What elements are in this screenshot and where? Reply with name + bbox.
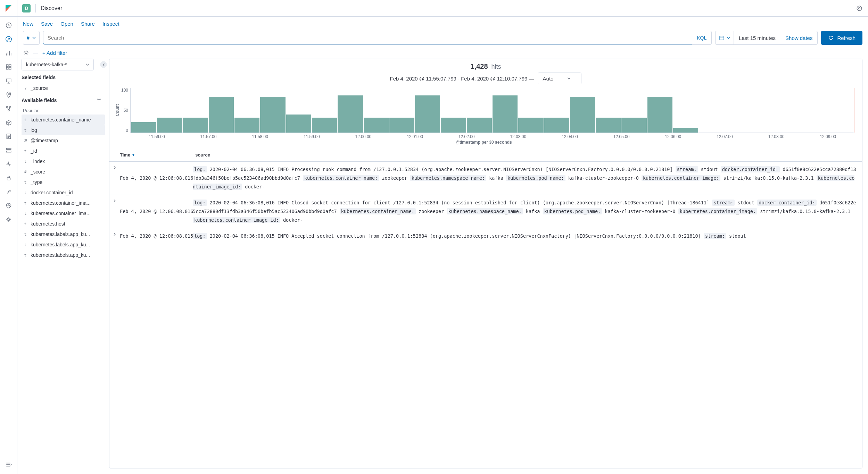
source-field-key: log:: [193, 200, 207, 206]
field-item[interactable]: #_score: [22, 167, 105, 177]
histogram-bar[interactable]: [234, 118, 259, 133]
histogram-bar[interactable]: [467, 118, 492, 133]
field-item[interactable]: tkubernetes.labels.app_ku...: [22, 239, 105, 250]
new-link[interactable]: New: [23, 21, 33, 27]
refresh-button[interactable]: Refresh: [821, 31, 862, 45]
nav-canvas-icon[interactable]: [5, 77, 13, 85]
field-item[interactable]: tkubernetes.container_ima...: [22, 208, 105, 219]
nav-siem-icon[interactable]: [5, 174, 13, 182]
table-row: Feb 4, 2020 @ 12:06:08.016log: 2020-02-0…: [109, 195, 862, 228]
nav-dev-tools-icon[interactable]: [5, 188, 13, 196]
svg-rect-7: [9, 65, 11, 67]
newsfeed-icon[interactable]: [856, 5, 862, 11]
save-link[interactable]: Save: [41, 21, 53, 27]
collapse-fields-button[interactable]: [100, 61, 107, 68]
chevron-down-icon: [567, 77, 571, 80]
svg-point-22: [98, 99, 100, 100]
field-name: _index: [31, 159, 45, 164]
column-source-header[interactable]: _source: [193, 152, 862, 158]
breadcrumb[interactable]: Discover: [41, 5, 62, 11]
field-item[interactable]: tkubernetes.container_name: [22, 115, 105, 125]
histogram-bar[interactable]: [518, 118, 543, 133]
histogram-bar[interactable]: [621, 118, 646, 133]
histogram-chart[interactable]: Count 100500 11:56:0011:57:0011:58:0011:…: [109, 88, 862, 145]
histogram-bar[interactable]: [493, 95, 518, 133]
histogram-bar[interactable]: [441, 118, 466, 133]
histogram-bar[interactable]: [183, 118, 208, 133]
field-name: kubernetes.labels.app_ku...: [31, 252, 90, 258]
time-quick-select[interactable]: [716, 31, 734, 44]
field-item[interactable]: tlog: [22, 125, 105, 135]
kql-toggle[interactable]: KQL: [692, 35, 711, 41]
histogram-bar[interactable]: [209, 97, 234, 133]
nav-dashboard-icon[interactable]: [5, 63, 13, 71]
filter-options-icon[interactable]: [23, 50, 29, 56]
nav-ml-icon[interactable]: [5, 105, 13, 112]
nav-monitoring-icon[interactable]: [5, 202, 13, 210]
expand-row-button[interactable]: [113, 232, 116, 240]
histogram-bar[interactable]: [647, 97, 672, 133]
nav-uptime-icon[interactable]: [5, 160, 13, 168]
source-field-value: stdout: [735, 200, 757, 205]
histogram-bar[interactable]: [131, 122, 156, 133]
histogram-bar[interactable]: [389, 118, 414, 133]
index-pattern-select[interactable]: kubernetes-kafka-*: [22, 59, 94, 70]
expand-row-button[interactable]: [113, 166, 116, 191]
histogram-bar[interactable]: [673, 128, 698, 133]
source-field-value: stdout: [726, 233, 746, 239]
expand-row-button[interactable]: [113, 199, 116, 225]
histogram-bar[interactable]: [570, 97, 595, 133]
time-range-row: Feb 4, 2020 @ 11:55:07.799 - Feb 4, 2020…: [109, 71, 862, 88]
field-item[interactable]: tkubernetes.labels.app_ku...: [22, 229, 105, 239]
histogram-bar[interactable]: [415, 95, 440, 133]
field-item[interactable]: tdocker.container_id: [22, 187, 105, 198]
logo-cell[interactable]: [0, 0, 17, 16]
field-item[interactable]: ?_source: [22, 83, 105, 93]
time-label[interactable]: Last 15 minutes: [734, 35, 780, 41]
field-name: log: [31, 127, 37, 133]
inspect-link[interactable]: Inspect: [102, 21, 119, 27]
separator: [35, 4, 36, 12]
histogram-bar[interactable]: [596, 118, 621, 133]
source-field-key: log:: [193, 233, 207, 239]
open-link[interactable]: Open: [60, 21, 73, 27]
histogram-bar[interactable]: [157, 118, 182, 133]
field-item[interactable]: t_type: [22, 177, 105, 187]
nav-recent-icon[interactable]: [5, 22, 13, 29]
field-item[interactable]: t_id: [22, 146, 105, 156]
field-type-icon: t: [23, 243, 28, 247]
collapse-nav-icon[interactable]: [5, 461, 13, 468]
nav-logs-icon[interactable]: [5, 133, 13, 140]
field-item[interactable]: t_index: [22, 156, 105, 167]
nav-discover-icon[interactable]: [5, 35, 13, 43]
field-item[interactable]: ⏱@timestamp: [22, 135, 105, 146]
histogram-bar[interactable]: [260, 97, 285, 133]
share-link[interactable]: Share: [81, 21, 95, 27]
interval-select[interactable]: Auto: [538, 73, 582, 84]
histogram-bar[interactable]: [286, 115, 311, 133]
column-time-header[interactable]: Time ▼: [120, 152, 193, 158]
nav-visualize-icon[interactable]: [5, 49, 13, 57]
field-item[interactable]: tkubernetes.container_ima...: [22, 198, 105, 208]
nav-management-icon[interactable]: [5, 216, 13, 223]
nav-infra-icon[interactable]: [5, 119, 13, 126]
search-input[interactable]: [43, 31, 692, 44]
histogram-bar[interactable]: [338, 95, 363, 133]
nav-apm-icon[interactable]: [5, 146, 13, 154]
svg-rect-16: [6, 148, 11, 149]
svg-point-11: [8, 93, 9, 95]
field-name: kubernetes.container_name: [31, 117, 91, 122]
histogram-bar[interactable]: [312, 118, 337, 133]
field-item[interactable]: tkubernetes.host: [22, 219, 105, 229]
field-item[interactable]: tkubernetes.labels.app_ku...: [22, 250, 105, 260]
fields-settings-icon[interactable]: [97, 97, 101, 102]
svg-rect-17: [6, 151, 11, 152]
space-badge[interactable]: D: [22, 4, 31, 12]
add-filter-button[interactable]: + Add filter: [42, 50, 67, 56]
saved-query-button[interactable]: #: [23, 31, 40, 45]
nav-maps-icon[interactable]: [5, 91, 13, 99]
field-type-icon: t: [23, 180, 28, 185]
histogram-bar[interactable]: [364, 118, 389, 133]
histogram-bar[interactable]: [544, 118, 569, 133]
show-dates-button[interactable]: Show dates: [780, 35, 817, 41]
